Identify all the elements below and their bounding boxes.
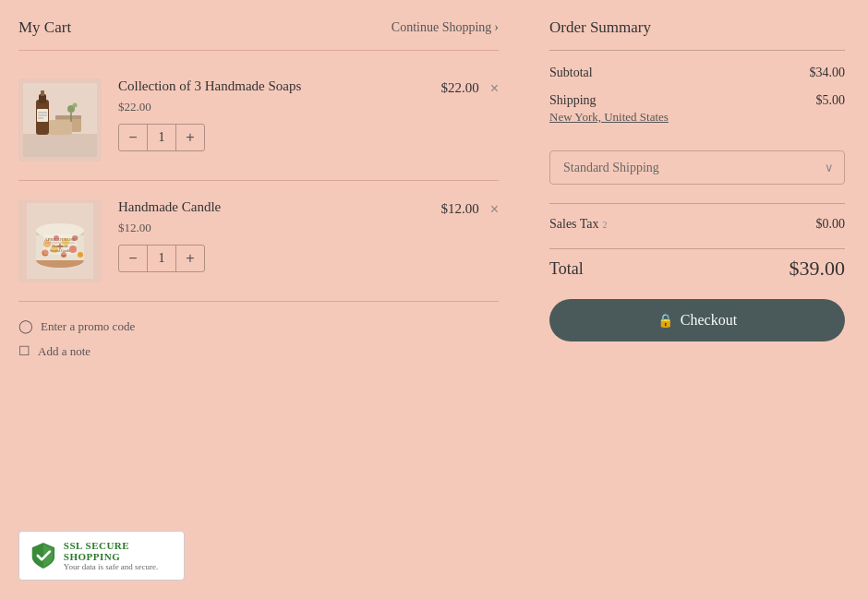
- order-summary-title: Order Summary: [549, 18, 845, 51]
- subtotal-label: Subtotal: [549, 66, 593, 80]
- candle-qty-increase[interactable]: +: [176, 246, 204, 271]
- soap-remove-button[interactable]: ×: [483, 80, 499, 97]
- lock-icon: 🔒: [657, 313, 673, 329]
- ssl-shield-icon: [30, 539, 56, 572]
- shipping-label: Shipping: [549, 93, 669, 108]
- cart-title: My Cart: [18, 18, 71, 37]
- divider: [549, 203, 845, 204]
- cart-panel: My Cart Continue Shopping ›: [0, 0, 526, 599]
- sales-tax-label: Sales Tax 2: [549, 217, 608, 232]
- svg-text:APRICOTROSE: APRICOTROSE: [44, 237, 76, 242]
- shipping-value: $5.00: [816, 93, 846, 108]
- soap-qty-increase[interactable]: +: [176, 125, 204, 150]
- shipping-location-link[interactable]: New York, United States: [549, 110, 669, 125]
- cart-item-candle: APRICOTROSE Handmade Scented Candle Hand…: [18, 181, 499, 302]
- svg-text:Scented Candle: Scented Candle: [50, 249, 70, 253]
- candle-item-total: $12.00: [440, 199, 478, 217]
- candle-product-image: APRICOTROSE Handmade Scented Candle: [18, 199, 102, 282]
- promo-label: Enter a promo code: [41, 319, 135, 334]
- soap-qty-decrease[interactable]: −: [119, 125, 147, 150]
- candle-item-name: Handmade Candle: [118, 199, 424, 215]
- ssl-title: SSL SECURE SHOPPING: [64, 540, 173, 562]
- candle-right-section: $12.00 ×: [440, 199, 499, 218]
- cart-header: My Cart Continue Shopping ›: [18, 18, 499, 51]
- svg-rect-3: [55, 115, 81, 119]
- soap-product-image: [18, 78, 102, 162]
- candle-item-details: Handmade Candle $12.00 − 1 +: [118, 199, 424, 272]
- promo-icon: ◯: [18, 318, 33, 334]
- soap-svg: [23, 83, 97, 157]
- candle-svg: APRICOTROSE Handmade Scented Candle: [27, 203, 93, 279]
- soap-item-price-sub: $22.00: [118, 100, 424, 114]
- total-value: $39.00: [790, 257, 846, 281]
- candle-item-price-sub: $12.00: [118, 221, 424, 235]
- checkout-label: Checkout: [681, 312, 737, 329]
- svg-rect-1: [23, 134, 97, 157]
- chevron-right-icon: ›: [494, 20, 499, 35]
- soap-item-name: Collection of 3 Handmade Soaps: [118, 78, 424, 94]
- total-label: Total: [549, 259, 584, 279]
- ssl-text: SSL SECURE SHOPPING Your data is safe an…: [64, 540, 173, 571]
- svg-rect-7: [41, 90, 44, 96]
- checkout-button[interactable]: 🔒 Checkout: [549, 299, 845, 341]
- shipping-section: Shipping New York, United States: [549, 93, 669, 125]
- cart-item-soap: Collection of 3 Handmade Soaps $22.00 − …: [18, 60, 499, 181]
- soap-item-total: $22.00: [440, 78, 478, 96]
- continue-shopping-label: Continue Shopping: [392, 20, 492, 35]
- soap-quantity-control: − 1 +: [118, 124, 205, 151]
- soap-item-details: Collection of 3 Handmade Soaps $22.00 − …: [118, 78, 424, 151]
- ssl-badge: SSL SECURE SHOPPING Your data is safe an…: [18, 531, 185, 581]
- shipping-method-select[interactable]: Standard Shipping Express Shipping Overn…: [549, 150, 845, 185]
- total-row: Total $39.00: [549, 248, 845, 281]
- svg-text:Handmade: Handmade: [52, 244, 68, 248]
- order-panel: Order Summary Subtotal $34.00 Shipping N…: [526, 0, 868, 599]
- candle-quantity-control: − 1 +: [118, 245, 205, 272]
- note-label: Add a note: [38, 344, 90, 359]
- cart-extras: ◯ Enter a promo code ☐ Add a note: [18, 302, 499, 359]
- soap-right-section: $22.00 ×: [440, 78, 499, 97]
- sales-tax-row: Sales Tax 2 $0.00: [549, 217, 845, 232]
- continue-shopping-link[interactable]: Continue Shopping ›: [392, 20, 499, 35]
- candle-qty-value: 1: [147, 246, 176, 271]
- tax-superscript: 2: [603, 220, 608, 230]
- shipping-row: Shipping New York, United States $5.00: [549, 93, 845, 138]
- ssl-subtitle: Your data is safe and secure.: [64, 562, 173, 571]
- svg-point-14: [73, 103, 78, 108]
- svg-point-28: [78, 252, 83, 258]
- candle-qty-decrease[interactable]: −: [119, 246, 147, 271]
- sales-tax-value: $0.00: [816, 217, 846, 232]
- candle-remove-button[interactable]: ×: [483, 201, 499, 218]
- shipping-method-wrapper[interactable]: Standard Shipping Express Shipping Overn…: [549, 150, 845, 185]
- soap-qty-value: 1: [147, 125, 176, 150]
- subtotal-row: Subtotal $34.00: [549, 66, 845, 80]
- subtotal-value: $34.00: [810, 66, 846, 80]
- add-note-link[interactable]: ☐ Add a note: [18, 343, 499, 359]
- svg-rect-4: [49, 120, 72, 135]
- note-icon: ☐: [18, 343, 30, 359]
- promo-code-link[interactable]: ◯ Enter a promo code: [18, 318, 499, 334]
